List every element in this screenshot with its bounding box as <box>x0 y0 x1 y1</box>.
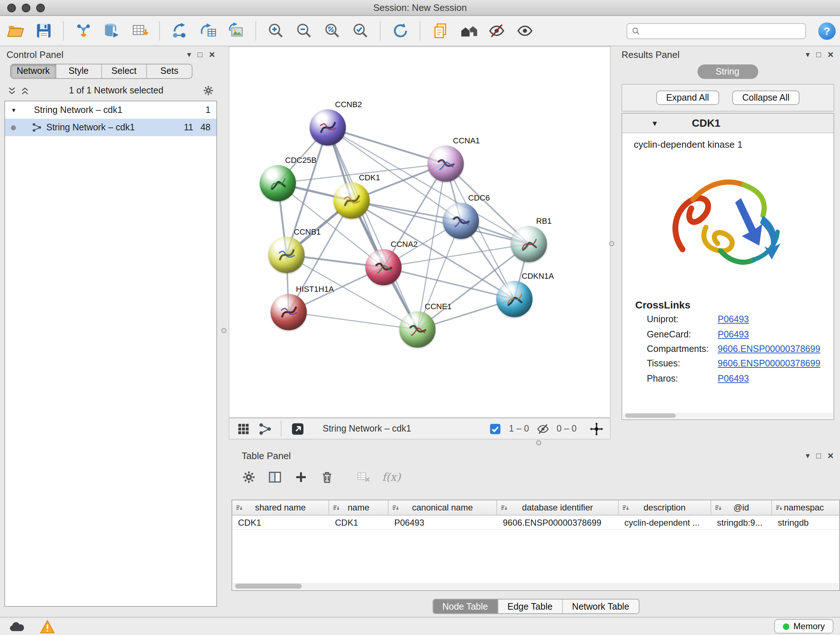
gene-symbol: CDK1 <box>692 117 764 129</box>
refresh-view-icon[interactable] <box>389 20 411 42</box>
network-canvas[interactable]: CCNB2CCNA1CDC25BCDK1CDC6RB1CCNB1CCNA2CDK… <box>229 46 611 418</box>
network-node-ccna2[interactable] <box>365 249 401 285</box>
zoom-fit-icon[interactable] <box>321 20 343 42</box>
collapse-all-button[interactable]: Collapse All <box>732 90 800 105</box>
gene-section-header[interactable]: ▼ CDK1 <box>622 114 834 133</box>
table-row[interactable]: CDK1 CDK1 P06493 9606.ENSP00000378699 cy… <box>232 516 839 530</box>
results-button-bar: Expand All Collapse All <box>622 84 834 111</box>
open-session-icon[interactable] <box>4 20 26 42</box>
show-columns-icon[interactable] <box>268 470 282 485</box>
column-header-shared-name[interactable]: shared name <box>232 500 329 515</box>
crosslink-uniprot-link[interactable]: P06493 <box>718 314 749 325</box>
crosslink-pharos-link[interactable]: P06493 <box>718 373 749 383</box>
column-header-database-identifier[interactable]: database identifier <box>497 500 619 515</box>
tab-style[interactable]: Style <box>57 65 102 78</box>
network-collection-row[interactable]: ▼ String Network – cdk1 1 <box>5 101 216 119</box>
crosslink-compartments-link[interactable]: 9606.ENSP00000378699 <box>718 344 821 354</box>
home-icon[interactable] <box>457 20 479 42</box>
search-input[interactable] <box>644 26 801 36</box>
import-network-from-file-icon[interactable] <box>73 20 94 42</box>
birds-eye-view-icon[interactable] <box>235 421 251 437</box>
network-share-icon[interactable] <box>257 421 273 437</box>
tab-edge-table[interactable]: Edge Table <box>498 600 563 613</box>
tree-expanded-icon[interactable]: ▼ <box>11 107 17 113</box>
maximize-panel-icon[interactable]: □ <box>816 50 821 58</box>
pan-crosshair-icon[interactable] <box>588 421 604 437</box>
add-column-icon[interactable] <box>294 470 308 485</box>
network-node-ccnb1[interactable] <box>268 237 305 273</box>
bottom-splitter-handle[interactable] <box>536 440 541 445</box>
zoom-selected-icon[interactable] <box>349 20 371 42</box>
tab-network[interactable]: Network <box>11 65 57 78</box>
cell-description: cyclin-dependent ... <box>619 516 711 529</box>
close-panel-icon[interactable]: × <box>209 49 215 59</box>
network-node-cdc6[interactable] <box>443 203 479 239</box>
export-network-icon[interactable] <box>289 421 305 437</box>
network-node-cdc25b[interactable] <box>260 165 296 201</box>
column-header-canonical-name[interactable]: canonical name <box>388 500 497 515</box>
column-header-namespace[interactable]: namespac <box>772 500 836 515</box>
tab-select[interactable]: Select <box>102 65 147 78</box>
results-tab-string[interactable]: String <box>697 65 758 79</box>
network-node-ccnb2[interactable] <box>309 109 346 146</box>
close-panel-icon[interactable]: × <box>828 450 834 461</box>
scrollbar-thumb[interactable] <box>235 584 302 589</box>
hide-selected-eye-slash-icon[interactable] <box>485 20 507 42</box>
network-to-table-icon[interactable] <box>197 20 218 42</box>
network-options-gear-icon[interactable] <box>202 85 214 96</box>
tab-sets[interactable]: Sets <box>147 65 192 78</box>
right-splitter-handle[interactable] <box>609 241 614 246</box>
new-network-icon[interactable] <box>169 20 190 42</box>
delete-column-trash-icon[interactable] <box>320 470 334 485</box>
warning-icon[interactable] <box>37 619 57 633</box>
collapse-all-icon[interactable] <box>7 86 17 95</box>
zoom-out-icon[interactable] <box>293 20 315 42</box>
crosslink-tissues-link[interactable]: 9606.ENSP00000378699 <box>718 359 821 369</box>
network-label: String Network – cdk1 <box>46 122 135 133</box>
crosslink-label: Tissues: <box>647 359 718 369</box>
network-node-hist1h1a[interactable] <box>271 294 307 330</box>
network-node-ccne1[interactable] <box>399 311 436 348</box>
table-header-row: shared name name canonical name database… <box>232 500 839 516</box>
hidden-eye-slash-icon[interactable] <box>535 421 551 437</box>
maximize-panel-icon[interactable]: □ <box>197 50 202 58</box>
close-panel-icon[interactable]: × <box>828 49 834 59</box>
network-node-cdkn1a[interactable] <box>496 281 532 317</box>
memory-button[interactable]: Memory <box>774 619 834 633</box>
show-all-eye-icon[interactable] <box>514 20 535 42</box>
network-node-cdk1[interactable] <box>333 182 370 219</box>
float-panel-icon[interactable]: ▾ <box>806 50 810 58</box>
column-header-id[interactable]: @id <box>711 500 772 515</box>
tab-node-table[interactable]: Node Table <box>433 600 498 613</box>
crosslink-genecard-link[interactable]: P06493 <box>718 329 749 339</box>
selected-checkbox-icon[interactable] <box>487 421 503 437</box>
copy-document-icon[interactable] <box>429 20 451 42</box>
export-image-icon[interactable] <box>225 20 247 42</box>
network-node-ccna1[interactable] <box>428 146 464 182</box>
float-panel-icon[interactable]: ▾ <box>806 451 810 459</box>
expand-all-icon[interactable] <box>20 86 30 95</box>
maximize-panel-icon[interactable]: □ <box>816 451 821 459</box>
network-row-selected[interactable]: String Network – cdk1 11 48 <box>5 119 216 136</box>
help-icon[interactable]: ? <box>818 22 836 40</box>
section-expanded-icon[interactable]: ▼ <box>651 119 658 127</box>
float-panel-icon[interactable]: ▾ <box>187 50 191 58</box>
scrollbar-thumb[interactable] <box>625 413 676 418</box>
network-node-rb1[interactable] <box>511 226 547 262</box>
title-bar: Session: New Session <box>0 0 840 16</box>
import-table-icon[interactable] <box>129 20 150 42</box>
search-field[interactable] <box>627 23 806 39</box>
protein-ribbon-thumb <box>448 208 474 234</box>
column-header-name[interactable]: name <box>329 500 388 515</box>
tab-network-table[interactable]: Network Table <box>562 600 638 613</box>
column-header-description[interactable]: description <box>619 500 711 515</box>
import-network-from-database-icon[interactable] <box>101 20 122 42</box>
results-horizontal-scrollbar[interactable] <box>623 413 833 418</box>
cloud-icon[interactable] <box>6 619 27 633</box>
zoom-in-icon[interactable] <box>265 20 286 42</box>
table-options-gear-icon[interactable] <box>242 470 256 485</box>
table-horizontal-scrollbar[interactable] <box>233 583 838 589</box>
save-session-icon[interactable] <box>33 20 54 42</box>
expand-all-button[interactable]: Expand All <box>656 90 719 105</box>
left-splitter-handle[interactable] <box>221 328 226 333</box>
